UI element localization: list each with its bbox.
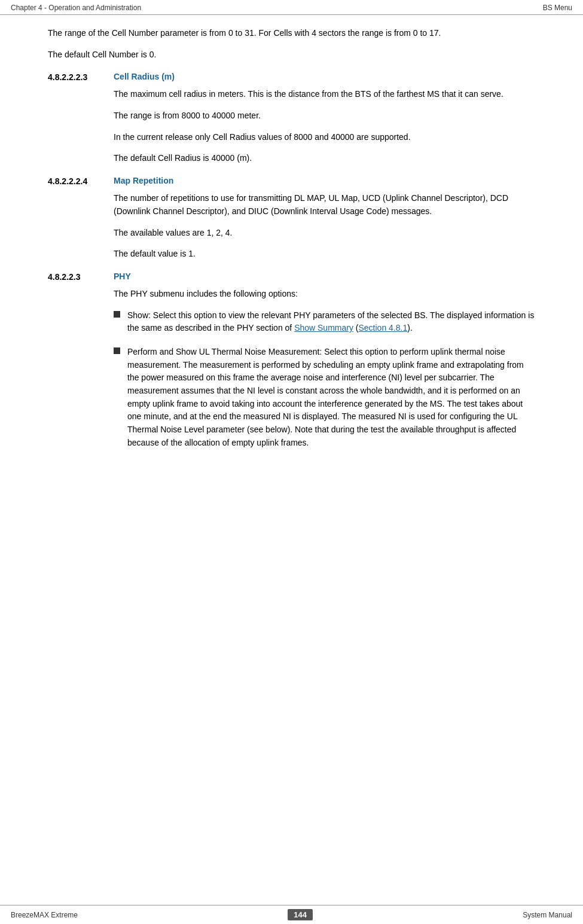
section-4823-title: Cell Radius (m): [114, 72, 175, 81]
section-phy-body: The PHY submenu includes the following o…: [48, 288, 535, 450]
cell-radius-para-3: In the current release only Cell Radius …: [114, 131, 535, 144]
map-rep-para-1: The number of repetitions to use for tra…: [114, 192, 535, 218]
section-4824-body: The number of repetitions to use for tra…: [48, 192, 535, 261]
cell-radius-para-1: The maximum cell radius in meters. This …: [114, 88, 535, 101]
intro-para-1: The range of the Cell Number parameter i…: [48, 27, 535, 40]
section-4824-heading: 4.8.2.2.2.4 Map Repetition: [48, 176, 535, 186]
footer-page-number: 144: [288, 909, 313, 920]
section-phy-heading: 4.8.2.2.3 PHY: [48, 272, 535, 282]
bullet-thermal: Perform and Show UL Thermal Noise Measur…: [114, 346, 535, 450]
section-phy-title: PHY: [114, 272, 131, 281]
footer-left: BreezeMAX Extreme: [11, 911, 78, 919]
page-footer: BreezeMAX Extreme 144 System Manual: [0, 905, 583, 924]
bullet-square-1: [114, 311, 120, 318]
section-4823-heading: 4.8.2.2.2.3 Cell Radius (m): [48, 72, 535, 82]
section-4823-number: 4.8.2.2.2.3: [48, 72, 114, 82]
footer-right: System Manual: [523, 911, 572, 919]
phy-intro: The PHY submenu includes the following o…: [114, 288, 535, 301]
map-rep-para-3: The default value is 1.: [114, 248, 535, 261]
cell-radius-para-4: The default Cell Radius is 40000 (m).: [114, 152, 535, 165]
show-summary-link[interactable]: Show Summary: [294, 323, 353, 333]
map-rep-para-2: The available values are 1, 2, 4.: [114, 227, 535, 240]
page-header: Chapter 4 - Operation and Administration…: [0, 0, 583, 15]
phy-bullet-list: Show: Select this option to view the rel…: [114, 309, 535, 450]
cell-radius-para-2: The range is from 8000 to 40000 meter.: [114, 109, 535, 123]
bullet-show: Show: Select this option to view the rel…: [114, 309, 535, 335]
section-4824-number: 4.8.2.2.2.4: [48, 176, 114, 186]
section-4824-title: Map Repetition: [114, 176, 173, 185]
main-content: The range of the Cell Number parameter i…: [0, 15, 583, 472]
bullet-square-2: [114, 347, 120, 354]
bullet-thermal-text: Perform and Show UL Thermal Noise Measur…: [127, 346, 535, 450]
bullet-show-text: Show: Select this option to view the rel…: [127, 309, 535, 335]
section-phy-number: 4.8.2.2.3: [48, 272, 114, 282]
intro-para-2: The default Cell Number is 0.: [48, 48, 535, 62]
header-section: BS Menu: [543, 4, 572, 12]
section-ref-link[interactable]: Section 4.8.1: [359, 323, 408, 333]
header-chapter: Chapter 4 - Operation and Administration: [11, 4, 141, 12]
section-4823-body: The maximum cell radius in meters. This …: [48, 88, 535, 165]
